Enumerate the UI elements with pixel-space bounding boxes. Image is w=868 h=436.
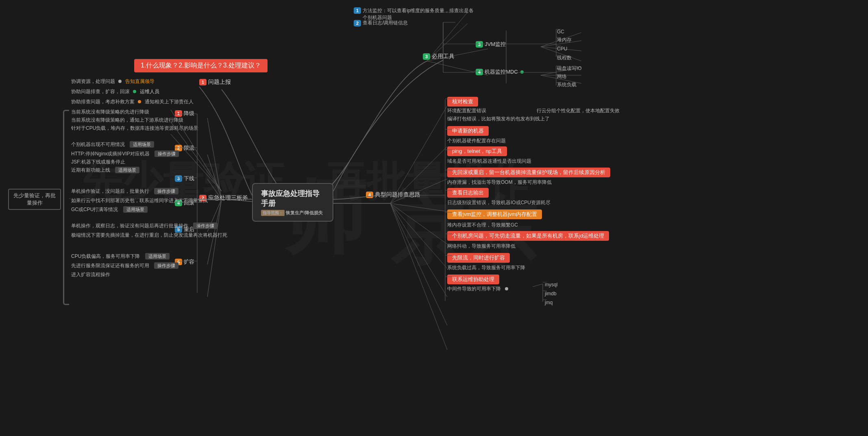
axis-6-item-3: 进入扩容流程操作 — [71, 270, 110, 278]
tool-mdc: 4 机器监控MDC — [476, 68, 525, 76]
tool-mdc-load: 系统负载 — [557, 81, 576, 88]
tool-jvm-gc: GC — [557, 28, 564, 35]
typical-s8-title: 先限流，同时进行扩容 — [447, 253, 510, 263]
typical-s6-title: 查看jvm监控，调整机器jvm内存配置 — [447, 209, 542, 219]
typical-s2-item: 个别机器硬件配置存在问题 — [447, 137, 506, 144]
tool-1: 1 方法监控：可以查看ip维度的服务质量，排查出是各个别机器问题 — [354, 7, 476, 21]
typical-s3-title: ping，telnet，np工具 — [447, 146, 507, 156]
typical-s1-title: 核对检查 — [447, 97, 478, 107]
tool-jvm-threads: 线程数 — [557, 54, 572, 61]
problem-item-1: 协调资源，处理问题 告知直属领导 — [71, 77, 154, 85]
typical-s9-item: 中间件导致的可用率下降 — [447, 285, 510, 292]
typical-s1-item-2: 行云分组个性化配置，使本地配置失效 — [537, 107, 620, 114]
typical-s5-item: 日志级别设置错误，导致机器IO或CPU资源耗尽 — [447, 198, 550, 206]
typical-s3-item: 域名是否可用/机器连通性是否出现问题 — [447, 157, 531, 165]
tool-jvm-heap: 堆内存 — [557, 36, 572, 44]
axis-5-item-1: 单机操作，观察日志，验证没有问题后再进行批量操作 操作步骤 — [71, 222, 218, 229]
axis-6-item-2: 先进行服务限流保证还有服务的可用 操作步骤 — [71, 262, 178, 269]
typical-s1-item-3: 编译打包错误，比如将预发布的包发布到线上了 — [447, 115, 550, 122]
axis-5-item-2: 极端情况下需要先摘掉流量，在进行重启，防止突发流量再次将机器打死 — [71, 231, 227, 239]
axis-4-item-3: GC或CPU打满等情况 适用场景 — [71, 205, 148, 213]
tool-2: 2 查看日志/调用链信息 — [354, 20, 408, 26]
typical-s6-item: 堆内存设置不合理，导致频繁GC — [447, 221, 518, 229]
tool-mdc-disk: 磁盘读写IO — [557, 64, 582, 72]
typical-s2-title: 申请新的机器 — [447, 126, 489, 136]
axis-1-item-2: 当前系统没有降级策略的，通知上下游系统进行降级 — [71, 116, 183, 124]
typical-s9-jmq: jmq — [545, 299, 553, 306]
svg-line-41 — [533, 284, 543, 287]
typical-s7-title: 个别机房问题，可先切走流量，如果是所有机房，联系jd运维处理 — [447, 231, 609, 241]
problem-item-2: 协助问题排查，扩容，回滚 运维人员 — [71, 87, 159, 95]
axis-3-label: 3 下线 — [175, 175, 194, 182]
axis-4-item-1: 单机操作验证，没问题后，批量执行 操作步骤 — [71, 187, 178, 195]
tool-mdc-net: 网络 — [557, 72, 567, 80]
axis-2-item-4: 近期有新功能上线 适用场景 — [71, 166, 139, 174]
typical-s4-title: 先回滚或重启，留一台机器摘掉流量保护现场，留作后续原因分析 — [447, 168, 610, 177]
center-subtitle: 指导范围： 恢复生产/降低损失 — [261, 210, 324, 216]
center-node: 事故应急处理指导手册 指导范围： 恢复生产/降低损失 — [252, 183, 333, 222]
tool-jvm: 3 JVM监控 — [476, 41, 506, 48]
left-node-label: 先少量验证，再批量操作 — [8, 189, 61, 210]
typical-s7-item: 网络抖动，导致服务可用率降低 — [447, 242, 516, 250]
left-bracket — [63, 110, 69, 305]
typical-s9-mysql: mysql — [545, 281, 557, 288]
header-note: 1.什么现象？2.影响是什么？3.处理建议？ — [134, 59, 268, 72]
typical-s4-item: 内存泄漏，找溢出等导致OOM，服务可用率降低 — [447, 178, 552, 186]
axis-1-item-3: 针对于CPU负载，堆内存，数据库连接池等资源耗尽的场景 — [71, 124, 198, 132]
axis-2-item-2: HTTP:停掉Nginx或摘掉VIP对应机器 操作步骤 — [71, 150, 179, 157]
axis-2-item-3: JSF:机器下线或服务停止 — [71, 158, 125, 166]
tool-jvm-cpu: CPU — [557, 45, 567, 52]
typical-s5-title: 查看日志输出 — [447, 188, 489, 198]
axis-4-item-2: 如果行云中找不到部署历史包，联系运维同学进入人工流量查找 — [71, 196, 208, 204]
typical-s1-item-1: 环境配置配置错误 — [447, 107, 486, 114]
problem-item-3: 协助排查问题，考虑补救方案 通知相关上下游责任人 — [71, 98, 194, 105]
typical-s9-jimdb: jimdb — [545, 290, 557, 297]
typical-s8-item: 系统负载过高，导致服务可用率下降 — [447, 264, 525, 271]
left-bracket-node: 先少量验证，再批量操作 — [8, 187, 61, 211]
axis-6-item-1: CPU负载偏高，服务可用率下降 适用场景 — [71, 252, 170, 260]
branch-typical: 4 典型问题排查思路 — [366, 191, 420, 198]
center-title: 事故应急处理指导手册 — [261, 189, 324, 208]
branch-problem-report: 1 问题上报 — [199, 78, 231, 86]
axis-2-item-1: 个别机器出现不可用情况 适用场景 — [71, 140, 154, 148]
typical-s9-title: 联系运维协助处理 — [447, 275, 499, 284]
branch-tools: 3 必用工具 — [423, 53, 455, 60]
axis-1-item-1: 当前系统没有降级策略的先进行降级 — [71, 108, 149, 116]
